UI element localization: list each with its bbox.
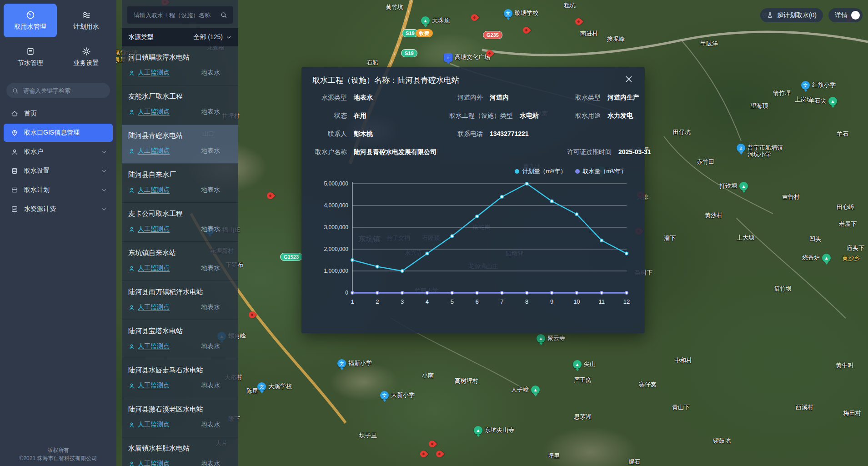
map-label: 吉告村 <box>782 193 800 200</box>
map-label: 锣鼓坑 <box>713 437 731 444</box>
station-list-item[interactable]: 陆河县水唇走马石水电站人工监测点地表水 <box>122 359 238 398</box>
station-list-item[interactable]: 水唇镇水栏肚水电站人工监测点地表水 <box>122 437 238 466</box>
station-name: 陆河县青硿水电站 <box>128 131 232 140</box>
map-pin-icon[interactable] <box>435 449 444 459</box>
map-pin-icon[interactable] <box>419 449 428 459</box>
copyright-line2: ©2021 珠海市仁智科技有限公司 <box>0 454 116 462</box>
map-poi-icon: ▲尖山 <box>573 360 596 369</box>
station-list-item[interactable]: 陆河县宝塔水电站人工监测点地表水 <box>122 320 238 359</box>
svg-text:10: 10 <box>573 298 580 305</box>
sidebar-item-label: 取水户 <box>24 148 95 156</box>
map-label: 南进村 <box>580 30 598 37</box>
map-pin-icon[interactable] <box>266 191 275 200</box>
manual-monitor-link[interactable]: 人工监测点 <box>128 225 201 233</box>
map-pin-icon[interactable] <box>574 17 583 26</box>
manual-monitor-link[interactable]: 人工监测点 <box>128 421 201 429</box>
search-icon[interactable] <box>220 11 227 19</box>
field-value: 彭木桃 <box>354 130 373 138</box>
modal-header: 取水工程（设施）名称：陆河县青硿水电站 <box>301 67 645 85</box>
water-source-filter-row: 水源类型 全部 (125) <box>122 28 238 46</box>
legend-label: 计划量（m³/年） <box>522 167 566 175</box>
manual-monitor-link[interactable]: 人工监测点 <box>128 147 201 155</box>
manual-monitor-link[interactable]: 人工监测点 <box>128 460 201 466</box>
map-pin-icon[interactable] <box>247 310 257 320</box>
field-label: 水源类型 <box>313 94 347 102</box>
water-source-filter-dropdown[interactable]: 全部 (125) <box>193 33 232 41</box>
manual-monitor-link[interactable]: 人工监测点 <box>128 69 201 77</box>
chevron-down-icon <box>101 168 107 174</box>
module-water-intake-mgmt[interactable]: 取用水管理 <box>4 4 57 37</box>
monitor-label: 人工监测点 <box>138 108 170 116</box>
person-icon <box>128 109 135 115</box>
chevron-down-icon <box>226 34 232 40</box>
manual-monitor-link[interactable]: 人工监测点 <box>128 381 201 390</box>
plan-icon <box>11 186 18 194</box>
station-list-item[interactable]: 陆河县青硿水电站人工监测点地表水 <box>122 125 238 164</box>
map-label: 青山下 <box>672 404 690 411</box>
module-water-saving-mgmt[interactable]: 节水管理 <box>4 40 57 74</box>
map-label: 高树坪村 <box>455 377 478 384</box>
sidebar-item-intake-settings[interactable]: 取水设置 <box>4 162 113 180</box>
sidebar-item-home[interactable]: 首页 <box>4 105 113 123</box>
modal-field: 取水类型河道内生产 <box>567 94 651 102</box>
manual-monitor-link[interactable]: 人工监测点 <box>128 108 201 116</box>
modal-field: 取水用途水力发电 <box>567 112 651 120</box>
water-type-label: 地表水 <box>201 460 232 466</box>
station-list-item[interactable]: 陆河县激石溪老区水电站人工监测点地表水 <box>122 398 238 437</box>
module-label: 业务设置 <box>74 59 99 67</box>
svg-text:3: 3 <box>401 298 404 305</box>
poi-label: 羊石尖 <box>808 97 826 104</box>
keyword-search-input[interactable] <box>22 87 105 95</box>
map-label: 溜下 <box>664 235 676 241</box>
manual-monitor-link[interactable]: 人工监测点 <box>128 186 201 194</box>
poi-label: 大溪学校 <box>268 383 292 390</box>
map-pin-icon[interactable] <box>470 13 479 22</box>
road-badge: G235 <box>483 31 502 39</box>
close-icon[interactable] <box>624 74 634 84</box>
database-icon <box>11 167 18 175</box>
poi-label: 红旗小学 <box>812 81 836 88</box>
field-value: 水电站 <box>520 112 539 120</box>
module-planned-water[interactable]: 计划用水 <box>60 4 113 37</box>
sidebar-item-water-billing[interactable]: 水资源计费 <box>4 200 113 218</box>
sidebar-item-water-users[interactable]: 取水户 <box>4 143 113 161</box>
detail-toggle-knob[interactable] <box>851 11 860 20</box>
station-list-item[interactable]: 河口镇唱歌潭水电站人工监测点地表水 <box>122 46 238 85</box>
manual-monitor-link[interactable]: 人工监测点 <box>128 342 201 351</box>
person-icon <box>128 148 135 155</box>
poi-label: 聚云寺 <box>547 335 565 341</box>
station-list-item[interactable]: 陆河县南万镇杞洋水电站人工监测点地表水 <box>122 281 238 320</box>
station-search-box <box>127 6 233 24</box>
manual-monitor-link[interactable]: 人工监测点 <box>128 264 201 272</box>
water-type-label: 地表水 <box>201 264 232 272</box>
water-type-label: 地表水 <box>201 381 232 390</box>
legend-item[interactable]: 取水量（m³/年） <box>575 167 627 175</box>
module-business-settings[interactable]: 业务设置 <box>60 40 113 74</box>
legend-item[interactable]: 计划量（m³/年） <box>515 167 566 175</box>
detail-toggle[interactable]: 详情 <box>828 8 863 22</box>
manual-monitor-link[interactable]: 人工监测点 <box>128 303 201 311</box>
field-value: 陆河县青硿水电发展有限公司 <box>354 148 437 156</box>
station-search-input[interactable] <box>133 11 220 19</box>
station-list-item[interactable]: 麦卡公司取水工程人工监测点地表水 <box>122 203 238 242</box>
map-pin-icon[interactable] <box>522 25 531 35</box>
map-poi-icon: 文大溪学校 <box>257 382 292 391</box>
map-label: 坝子里 <box>359 432 377 439</box>
map-pin-icon[interactable] <box>427 439 437 449</box>
station-list-item[interactable]: 东坑镇自来水站人工监测点地表水 <box>122 242 238 281</box>
sidebar-item-intake-gis[interactable]: 取水口GIS信息管理 <box>4 124 113 142</box>
field-value: 河道内 <box>490 94 509 102</box>
sidebar-item-intake-plan[interactable]: 取水计划 <box>4 181 113 199</box>
detail-label: 详情 <box>835 11 848 20</box>
station-list-item[interactable]: 陆河县自来水厂人工监测点地表水 <box>122 164 238 203</box>
field-label: 取水工程（设施）类型 <box>449 112 513 120</box>
over-plan-intake-button[interactable]: 超计划取水(0) <box>760 8 823 22</box>
field-label: 联系电话 <box>449 130 483 138</box>
person-icon <box>128 187 135 194</box>
station-list-item[interactable]: 友能水厂取水工程人工监测点地表水 <box>122 85 238 125</box>
map-label: 梅田村 <box>843 410 861 416</box>
gear-icon <box>82 47 91 56</box>
intake-chart: 01,000,0002,000,0003,000,0004,000,0005,0… <box>308 177 638 312</box>
road-badge: G1523 <box>280 253 302 261</box>
svg-text:9: 9 <box>550 298 553 305</box>
